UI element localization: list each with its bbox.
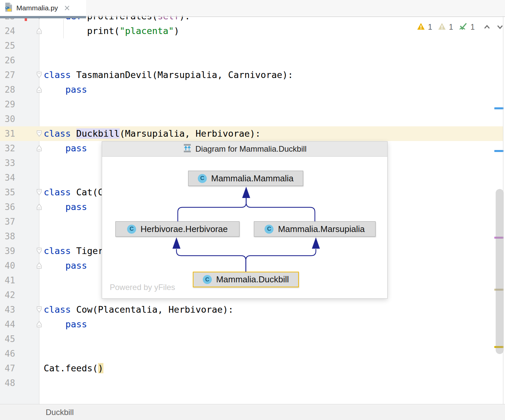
window-right-edge [503, 16, 503, 404]
tab-bar-border [86, 16, 505, 17]
active-tab-underline [0, 16, 86, 18]
diagram-popup-titlebar[interactable]: Diagram for Mammalia.Duckbill [102, 142, 387, 157]
code-text: class Cat(C [44, 185, 103, 200]
code-text: pass [44, 258, 87, 273]
diagram-node-label: Mammalia.Mammalia [211, 173, 294, 184]
previous-highlight-button[interactable] [484, 25, 490, 29]
diagram-node-mammalia-mammalia[interactable]: CMammalia.Mammalia [188, 171, 303, 186]
line-number: 31 [5, 126, 15, 141]
error-stripe-mark[interactable] [494, 107, 504, 109]
fold-end-icon[interactable] [36, 262, 42, 269]
fold-start-icon[interactable] [36, 189, 42, 196]
class-icon: C [198, 174, 207, 183]
next-highlight-button[interactable] [497, 25, 503, 29]
close-icon[interactable] [64, 5, 70, 11]
fold-end-icon[interactable] [36, 86, 42, 93]
fold-start-icon[interactable] [36, 247, 42, 254]
diagram-canvas[interactable]: CMammalia.MammaliaCHerbivorae.Herbivorae… [102, 157, 387, 299]
code-line-29[interactable]: 29 [0, 97, 503, 112]
code-text: class Duckbill(Marsupialia, Herbivorae): [44, 126, 261, 141]
code-text: pass [44, 200, 87, 214]
code-text: Cat.feeds() [44, 361, 103, 376]
code-line-28[interactable]: 28 pass [0, 82, 503, 97]
diagram-node-label: Herbivorae.Herbivorae [140, 224, 228, 234]
tab-title: Mammalia.py [16, 4, 58, 12]
line-number: 38 [5, 229, 15, 244]
code-line-45[interactable]: 45 [0, 332, 503, 346]
fold-end-icon[interactable] [36, 145, 42, 152]
diagram-node-mammalia-marsupialia[interactable]: CMammalia.Marsupialia [254, 221, 376, 237]
line-number: 48 [5, 376, 15, 390]
code-text: class Tiger [44, 244, 103, 258]
line-number: 29 [5, 97, 15, 112]
diagram-popup[interactable]: Diagram for Mammalia.Duckbill CMammalia.… [102, 141, 388, 299]
class-icon: C [265, 225, 274, 234]
line-number: 26 [5, 53, 15, 68]
line-number: 41 [5, 273, 15, 288]
status-bar: Duckbill [0, 404, 505, 420]
code-text: pass [44, 317, 87, 332]
chevron-down-icon [497, 25, 503, 29]
line-number: 36 [5, 200, 15, 214]
line-number: 28 [5, 82, 15, 97]
code-line-31[interactable]: 31class Duckbill(Marsupialia, Herbivorae… [0, 126, 503, 141]
line-number: 25 [5, 38, 15, 53]
fold-start-icon[interactable] [36, 71, 42, 78]
line-number: 47 [5, 361, 15, 376]
ok-check-icon [459, 22, 468, 32]
editor-scrollbar-thumb[interactable] [496, 189, 504, 354]
code-line-26[interactable]: 26 [0, 53, 503, 68]
line-number: 44 [5, 317, 15, 332]
diagram-node-herbivorae-herbivorae[interactable]: CHerbivorae.Herbivorae [115, 221, 239, 237]
fold-end-icon[interactable] [36, 27, 42, 34]
fold-start-icon[interactable] [36, 130, 42, 137]
line-number: 24 [5, 24, 15, 38]
diagram-node-label: Mammalia.Marsupialia [278, 224, 365, 234]
line-number: 39 [5, 244, 15, 258]
line-number: 42 [5, 288, 15, 302]
weak-warning-count[interactable]: 1 [449, 23, 453, 32]
diagram-popup-title: Diagram for Mammalia.Duckbill [195, 144, 307, 154]
line-number: 40 [5, 258, 15, 273]
code-line-46[interactable]: 46 [0, 346, 503, 361]
code-line-30[interactable]: 30 [0, 112, 503, 126]
weak-warning-icon [438, 23, 446, 32]
line-number: 37 [5, 214, 15, 229]
code-line-48[interactable]: 48 [0, 376, 503, 390]
warning-count[interactable]: 1 [428, 23, 432, 32]
code-line-25[interactable]: 25 [0, 38, 503, 53]
code-text: pass [44, 141, 87, 156]
code-text: pass [44, 82, 87, 97]
code-text: class Cow(Placentalia, Herbivorae): [44, 302, 233, 317]
inspections-widget[interactable]: 1 1 1 [417, 22, 503, 32]
python-file-icon [4, 2, 13, 14]
class-icon: C [127, 225, 136, 234]
code-text: class TasmanianDevil(Marsupialia, Carniv… [44, 68, 293, 82]
class-icon: C [203, 275, 212, 284]
line-number: 27 [5, 68, 15, 82]
code-line-44[interactable]: 44 pass [0, 317, 503, 332]
ok-count[interactable]: 1 [471, 23, 475, 32]
editor-tab-bar: Mammalia.py [0, 0, 505, 16]
chevron-up-icon [484, 25, 490, 29]
code-line-43[interactable]: 43class Cow(Placentalia, Herbivorae): [0, 302, 503, 317]
fold-end-icon[interactable] [36, 321, 42, 328]
error-stripe-mark[interactable] [494, 150, 504, 152]
diagram-icon [183, 144, 192, 155]
tab-mammalia-py[interactable]: Mammalia.py [0, 0, 86, 16]
code-line-47[interactable]: 47Cat.feeds() [0, 361, 503, 376]
warning-icon [417, 23, 425, 32]
fold-start-icon[interactable] [36, 306, 42, 313]
line-number: 45 [5, 332, 15, 346]
line-number: 35 [5, 185, 15, 200]
code-text: print("placenta") [44, 24, 179, 38]
line-number: 34 [5, 170, 15, 185]
line-number: 46 [5, 346, 15, 361]
diagram-node-mammalia-duckbill[interactable]: CMammalia.Duckbill [193, 272, 299, 287]
fold-end-icon[interactable] [36, 203, 42, 210]
line-number: 32 [5, 141, 15, 156]
line-number: 43 [5, 302, 15, 317]
indent-guide [63, 19, 64, 38]
yfiles-watermark: Powered by yFiles [110, 283, 175, 292]
code-line-27[interactable]: 27class TasmanianDevil(Marsupialia, Carn… [0, 68, 503, 82]
